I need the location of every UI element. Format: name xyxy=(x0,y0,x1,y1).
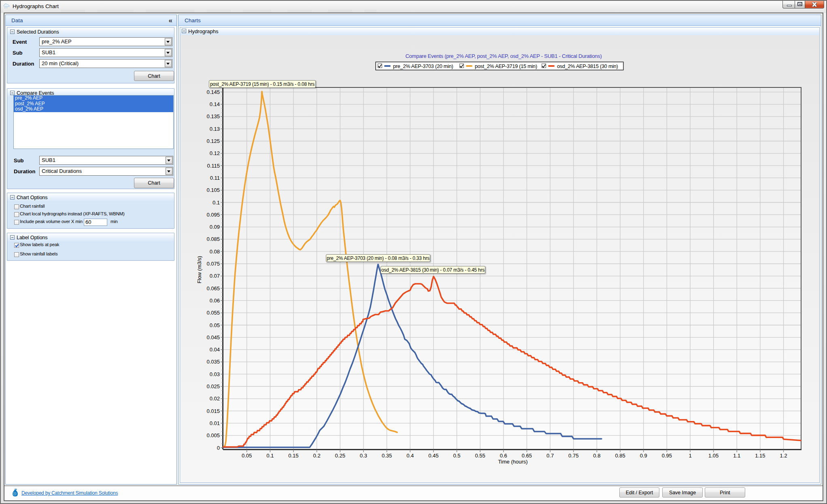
svg-text:0.8: 0.8 xyxy=(593,453,600,459)
svg-text:0.25: 0.25 xyxy=(335,453,345,459)
svg-text:0.12: 0.12 xyxy=(210,150,220,156)
svg-text:0.9: 0.9 xyxy=(640,453,647,459)
svg-text:0.115: 0.115 xyxy=(207,163,220,169)
svg-text:0.1: 0.1 xyxy=(213,200,220,206)
svg-text:0.85: 0.85 xyxy=(615,453,625,459)
svg-text:Compare Events (pre_2% AEP, po: Compare Events (pre_2% AEP, post_2% AEP,… xyxy=(405,53,602,59)
svg-text:0.135: 0.135 xyxy=(206,113,220,119)
svg-text:0.11: 0.11 xyxy=(210,175,220,181)
svg-text:0.95: 0.95 xyxy=(662,453,672,459)
svg-text:0.075: 0.075 xyxy=(206,261,220,267)
svg-text:0.06: 0.06 xyxy=(210,298,220,304)
svg-text:0.085: 0.085 xyxy=(206,236,220,242)
svg-text:0.05: 0.05 xyxy=(210,322,220,328)
svg-text:1.2: 1.2 xyxy=(780,453,787,459)
svg-text:0.05: 0.05 xyxy=(242,453,252,459)
svg-text:0.015: 0.015 xyxy=(206,408,220,414)
svg-text:0.75: 0.75 xyxy=(568,453,578,459)
svg-text:1.15: 1.15 xyxy=(755,453,765,459)
svg-text:0.08: 0.08 xyxy=(210,249,220,255)
svg-text:0.55: 0.55 xyxy=(475,453,485,459)
svg-text:0.145: 0.145 xyxy=(206,89,220,95)
svg-text:0.04: 0.04 xyxy=(210,347,220,353)
svg-text:0.125: 0.125 xyxy=(206,138,220,144)
svg-text:0.01: 0.01 xyxy=(210,420,220,426)
svg-text:0.03: 0.03 xyxy=(210,371,220,377)
svg-text:0.4: 0.4 xyxy=(406,453,414,459)
svg-text:0.7: 0.7 xyxy=(546,453,554,459)
svg-text:0.07: 0.07 xyxy=(210,273,220,279)
svg-text:0.2: 0.2 xyxy=(313,453,321,459)
svg-text:0.5: 0.5 xyxy=(453,453,460,459)
svg-text:0.02: 0.02 xyxy=(210,396,220,402)
svg-text:0.105: 0.105 xyxy=(206,187,220,193)
svg-text:1.1: 1.1 xyxy=(733,453,740,459)
svg-text:0.65: 0.65 xyxy=(522,453,532,459)
svg-text:0.14: 0.14 xyxy=(210,101,220,107)
svg-text:0.35: 0.35 xyxy=(382,453,392,459)
svg-text:0.09: 0.09 xyxy=(210,224,220,230)
svg-text:1.05: 1.05 xyxy=(708,453,719,459)
svg-text:Time (hours): Time (hours) xyxy=(498,459,527,465)
svg-text:0: 0 xyxy=(217,445,220,451)
svg-text:0.15: 0.15 xyxy=(288,453,298,459)
svg-text:0.035: 0.035 xyxy=(206,359,220,365)
svg-text:0.13: 0.13 xyxy=(210,126,220,132)
svg-text:0.045: 0.045 xyxy=(206,334,220,340)
svg-text:1: 1 xyxy=(689,453,691,459)
svg-text:0.065: 0.065 xyxy=(206,285,220,291)
svg-text:0.1: 0.1 xyxy=(266,453,274,459)
svg-text:0.055: 0.055 xyxy=(206,310,220,316)
svg-text:0.45: 0.45 xyxy=(428,453,438,459)
svg-text:0.3: 0.3 xyxy=(360,453,367,459)
svg-text:Flow (m3/s): Flow (m3/s) xyxy=(196,256,202,283)
svg-text:0.095: 0.095 xyxy=(206,212,220,218)
svg-text:0.025: 0.025 xyxy=(206,383,220,389)
svg-text:0.005: 0.005 xyxy=(206,432,220,438)
svg-text:0.6: 0.6 xyxy=(500,453,507,459)
